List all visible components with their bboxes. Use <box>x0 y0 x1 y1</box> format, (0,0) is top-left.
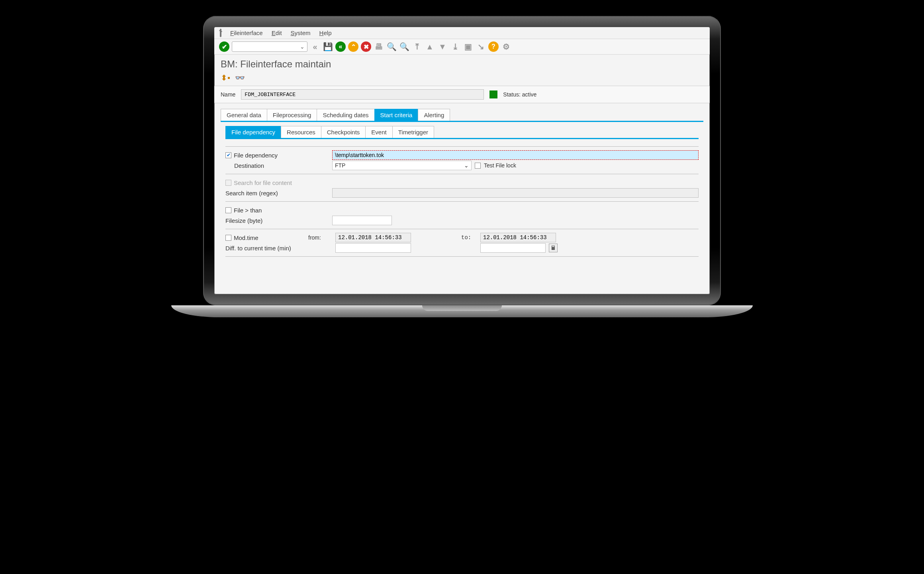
destination-value: FTP <box>335 162 345 169</box>
command-field[interactable]: ⌄ <box>232 41 307 52</box>
app-window: Fileinterface Edit System Help ✔ ⌄ « 💾 «… <box>214 27 710 294</box>
search-item-label: Search item (regex) <box>225 190 329 197</box>
status-label: Status: active <box>503 91 536 98</box>
find-next-icon[interactable]: 🔍 <box>399 41 409 52</box>
menu-fileinterface[interactable]: Fileinterface <box>230 29 263 36</box>
toolbar: ✔ ⌄ « 💾 « ⌃ ✖ 🖶 🔍 🔍 ⤒ ▲ ▼ ⤓ ▣ ↘ ? ⚙ <box>214 39 710 55</box>
page-last-icon[interactable]: ⤓ <box>450 41 460 52</box>
page-first-icon[interactable]: ⤒ <box>412 41 422 52</box>
back-icon[interactable]: « <box>335 41 346 52</box>
file-gt-label: File > than <box>234 207 262 214</box>
menubar: Fileinterface Edit System Help <box>214 27 710 39</box>
search-item-input[interactable] <box>332 188 699 198</box>
new-session-icon[interactable]: ▣ <box>463 41 473 52</box>
collapse-icon[interactable]: « <box>310 41 320 52</box>
from-label: from: <box>308 234 332 241</box>
main-tabstrip: General data Fileprocessing Scheduling d… <box>214 103 710 121</box>
tab-start-criteria[interactable]: Start criteria <box>374 109 419 121</box>
file-path-input[interactable] <box>332 150 699 160</box>
settings-icon[interactable]: ⚙ <box>501 41 511 52</box>
search-content-checkbox[interactable] <box>225 180 231 186</box>
modtime-checkbox[interactable] <box>225 235 231 241</box>
modtime-label: Mod.time <box>234 234 258 241</box>
menu-edit[interactable]: Edit <box>272 29 282 36</box>
filesize-label: Filesize (byte) <box>225 217 329 224</box>
laptop-shadow <box>219 321 705 345</box>
diff-from-input[interactable] <box>335 243 411 253</box>
search-content-label: Search for file content <box>234 179 292 186</box>
file-dependency-label: File dependency <box>234 152 278 159</box>
file-dependency-checkbox[interactable]: ✔ <box>225 152 231 158</box>
shortcut-icon[interactable]: ↘ <box>476 41 486 52</box>
menu-system[interactable]: System <box>291 29 311 36</box>
diff-to-input[interactable] <box>480 243 546 253</box>
filesize-input[interactable] <box>332 216 392 225</box>
cancel-icon[interactable]: ✖ <box>361 41 371 52</box>
destination-label: Destination <box>225 162 329 169</box>
ok-icon[interactable]: ✔ <box>219 41 229 52</box>
transport-icon[interactable]: ⬍▪ <box>221 73 230 83</box>
status-indicator <box>489 90 497 98</box>
tab-fileprocessing[interactable]: Fileprocessing <box>267 109 317 121</box>
page-down-icon[interactable]: ▼ <box>437 41 448 52</box>
window-menu-icon[interactable] <box>220 29 221 36</box>
glasses-icon[interactable]: 👓 <box>235 73 245 83</box>
tab-scheduling-dates[interactable]: Scheduling dates <box>317 109 374 121</box>
laptop-base <box>171 305 753 317</box>
diff-time-label: Diff. to current time (min) <box>225 245 305 252</box>
tab-general-data[interactable]: General data <box>221 109 267 121</box>
name-label: Name <box>221 91 235 98</box>
subtab-resources[interactable]: Resources <box>281 126 321 138</box>
subtab-checkpoints[interactable]: Checkpoints <box>321 126 366 138</box>
test-file-lock-checkbox[interactable] <box>475 163 481 169</box>
page-title: BM: Fileinterface maintain <box>214 55 710 72</box>
modtime-to-input[interactable] <box>480 233 556 242</box>
destination-select[interactable]: FTP ⌄ <box>332 161 472 170</box>
test-file-lock-label: Test File lock <box>484 162 516 169</box>
modtime-from-input[interactable] <box>335 233 411 242</box>
name-input[interactable] <box>241 89 484 100</box>
app-toolbar: ⬍▪ 👓 <box>214 72 710 86</box>
tab-alerting[interactable]: Alerting <box>418 109 450 121</box>
calculator-icon[interactable]: 🖩 <box>549 244 558 252</box>
page-up-icon[interactable]: ▲ <box>425 41 435 52</box>
up-icon[interactable]: ⌃ <box>348 41 358 52</box>
menu-help[interactable]: Help <box>319 29 332 36</box>
help-icon[interactable]: ? <box>488 41 499 52</box>
name-bar: Name Status: active <box>214 86 710 103</box>
subtab-event[interactable]: Event <box>365 126 392 138</box>
file-gt-checkbox[interactable] <box>225 207 231 213</box>
subtab-file-dependency[interactable]: File dependency <box>225 126 281 138</box>
form-panel: ✔ File dependency Destination FTP ⌄ Test… <box>214 139 710 264</box>
print-icon[interactable]: 🖶 <box>374 41 384 52</box>
to-label: to: <box>461 234 477 241</box>
chevron-down-icon: ⌄ <box>464 162 469 169</box>
sub-tabstrip: File dependency Resources Checkpoints Ev… <box>214 122 710 138</box>
save-icon[interactable]: 💾 <box>323 41 333 52</box>
find-icon[interactable]: 🔍 <box>386 41 397 52</box>
subtab-timetrigger[interactable]: Timetrigger <box>392 126 434 138</box>
